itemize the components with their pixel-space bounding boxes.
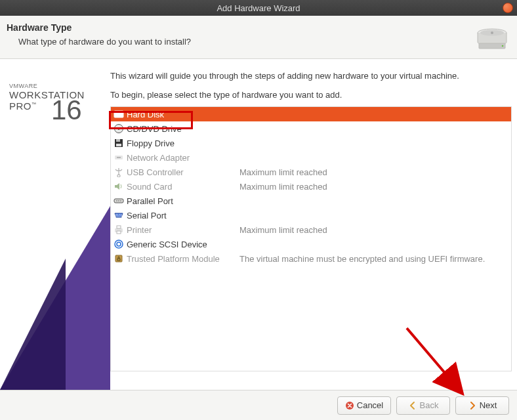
svg-rect-3 bbox=[479, 43, 505, 49]
hardware-item-floppy-drive[interactable]: Floppy Drive bbox=[111, 136, 511, 150]
scsi-icon bbox=[114, 239, 124, 249]
brand-line1: VMWARE bbox=[9, 83, 85, 89]
hardware-item-label: Generic SCSI Device bbox=[127, 240, 239, 249]
hardware-item-generic-scsi-device[interactable]: Generic SCSI Device bbox=[111, 237, 511, 251]
window-title: Add Hardware Wizard bbox=[217, 3, 300, 13]
brand-version: 16 bbox=[51, 94, 82, 126]
hardware-item-note: Maximum limit reached bbox=[239, 167, 327, 177]
svg-point-4 bbox=[502, 45, 504, 47]
hardware-item-label: Sound Card bbox=[127, 182, 239, 192]
serial-icon: 0101 bbox=[114, 210, 124, 220]
hardware-item-label: Parallel Port bbox=[127, 196, 239, 206]
svg-rect-11 bbox=[116, 144, 121, 146]
hdd-icon bbox=[114, 109, 124, 119]
svg-text:0101: 0101 bbox=[115, 213, 122, 217]
hardware-icon bbox=[476, 25, 508, 51]
chevron-left-icon bbox=[408, 401, 417, 410]
svg-point-22 bbox=[115, 240, 123, 248]
hardware-item-network-adapter: Network Adapter bbox=[111, 150, 511, 165]
hardware-item-parallel-port[interactable]: Parallel Port bbox=[111, 194, 511, 208]
hardware-item-trusted-platform-module: Trusted Platform ModuleThe virtual machi… bbox=[111, 251, 511, 266]
hardware-item-label: Floppy Drive bbox=[127, 138, 239, 148]
hardware-item-label: CD/DVD Drive bbox=[127, 124, 239, 134]
cancel-icon bbox=[345, 401, 354, 410]
wizard-sidebar: VMWARE WORKSTATION PRO™ 16 bbox=[0, 59, 110, 390]
back-label: Back bbox=[420, 400, 439, 410]
svg-rect-13 bbox=[117, 157, 121, 158]
hardware-type-list[interactable]: Hard DiskCD/DVD DriveFloppy DriveNetwork… bbox=[110, 106, 512, 371]
tpm-icon bbox=[114, 253, 124, 264]
hardware-item-hard-disk[interactable]: Hard Disk bbox=[111, 107, 511, 121]
svg-point-16 bbox=[118, 200, 119, 201]
next-label: Next bbox=[480, 400, 497, 410]
header-subtitle: What type of hardware do you want to ins… bbox=[18, 37, 508, 47]
svg-point-15 bbox=[116, 200, 117, 201]
svg-point-8 bbox=[118, 128, 120, 130]
hardware-item-label: USB Controller bbox=[127, 167, 239, 177]
wizard-footer: Cancel Back Next bbox=[0, 390, 517, 420]
svg-rect-21 bbox=[117, 231, 121, 234]
hardware-item-note: The virtual machine must be encrypted an… bbox=[239, 254, 485, 264]
hardware-item-label: Serial Port bbox=[127, 211, 239, 220]
sound-icon bbox=[114, 181, 124, 192]
parallel-icon bbox=[114, 196, 124, 206]
hardware-item-label: Hard Disk bbox=[127, 110, 239, 119]
brand-line3: PRO™ bbox=[9, 100, 37, 112]
hardware-item-note: Maximum limit reached bbox=[239, 182, 327, 192]
back-button[interactable]: Back bbox=[396, 396, 450, 415]
branding: VMWARE WORKSTATION PRO™ 16 bbox=[9, 83, 85, 112]
intro-text-2: To begin, please select the type of hard… bbox=[110, 90, 512, 100]
usb-icon bbox=[114, 167, 124, 177]
cancel-button[interactable]: Cancel bbox=[337, 396, 391, 415]
hardware-item-label: Network Adapter bbox=[127, 153, 239, 163]
wizard-content: This wizard will guide you through the s… bbox=[110, 59, 517, 390]
floppy-icon bbox=[114, 138, 124, 148]
cd-icon bbox=[114, 123, 124, 134]
hardware-item-cd-dvd-drive[interactable]: CD/DVD Drive bbox=[111, 121, 511, 136]
window-close-button[interactable] bbox=[503, 3, 513, 13]
svg-point-2 bbox=[491, 32, 493, 34]
intro-text-1: This wizard will guide you through the s… bbox=[110, 71, 512, 81]
hardware-item-label: Printer bbox=[127, 225, 239, 235]
chevron-right-icon bbox=[468, 401, 477, 410]
header-title: Hardware Type bbox=[7, 22, 508, 33]
hardware-item-note: Maximum limit reached bbox=[239, 225, 327, 235]
hardware-item-usb-controller: USB ControllerMaximum limit reached bbox=[111, 165, 511, 179]
hardware-item-printer: PrinterMaximum limit reached bbox=[111, 222, 511, 237]
hardware-item-sound-card: Sound CardMaximum limit reached bbox=[111, 179, 511, 194]
hardware-item-label: Trusted Platform Module bbox=[127, 254, 239, 264]
svg-point-17 bbox=[120, 200, 121, 201]
hardware-item-serial-port[interactable]: 0101Serial Port bbox=[111, 208, 511, 222]
svg-rect-10 bbox=[116, 139, 120, 142]
svg-rect-20 bbox=[117, 226, 121, 228]
wizard-header: Hardware Type What type of hardware do y… bbox=[0, 16, 517, 59]
next-button[interactable]: Next bbox=[455, 396, 509, 415]
titlebar: Add Hardware Wizard bbox=[0, 0, 517, 16]
printer-icon bbox=[114, 224, 124, 235]
network-icon bbox=[114, 152, 124, 163]
cancel-label: Cancel bbox=[357, 400, 383, 410]
